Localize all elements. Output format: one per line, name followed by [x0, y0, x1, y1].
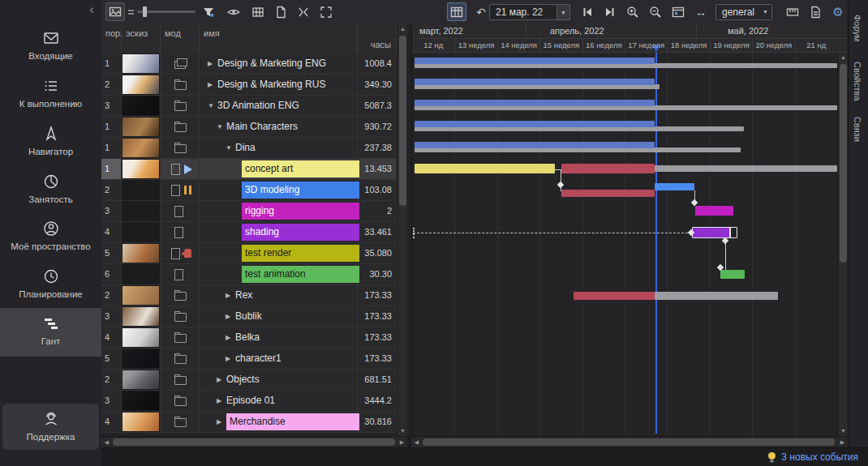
ruler-button[interactable] [784, 3, 801, 21]
table-row[interactable]: 1concept art13.453 [101, 159, 397, 180]
scroll-down-button[interactable]: ▼ [397, 426, 408, 436]
scroll-right-button[interactable]: ▶ [837, 437, 848, 447]
sidebar-item-todo[interactable]: К выполнению [0, 71, 101, 118]
gantt-bar[interactable] [695, 206, 733, 216]
fit-width-button[interactable]: ↔ [692, 3, 710, 21]
table-horizontal-scrollbar[interactable]: ◀ ▶ [101, 436, 407, 447]
grid-view-button[interactable] [249, 3, 267, 21]
zoom-in-button[interactable] [624, 3, 642, 21]
table-row[interactable]: 3▶Episode 013444.2 [101, 391, 397, 412]
gantt-bar[interactable] [415, 79, 655, 85]
gantt-bar[interactable] [655, 165, 837, 172]
week-cell[interactable]: 17 неделя [625, 39, 667, 52]
gantt-bar[interactable] [720, 270, 745, 279]
milestone-diamond[interactable] [557, 182, 564, 188]
gantt-bar[interactable] [561, 190, 655, 197]
collapse-all-button[interactable] [294, 3, 312, 21]
table-row[interactable]: 3▶Bublik173.33 [101, 306, 397, 327]
scale-select[interactable]: general ▼ [715, 4, 772, 20]
sidebar-item-navigator[interactable]: Навигатор [0, 118, 101, 165]
date-field[interactable]: 21 мар. 22 [489, 4, 557, 20]
table-row[interactable]: 4▶Merchandise30.816 [101, 412, 397, 433]
gantt-bar[interactable] [729, 227, 737, 238]
tree-toggle-icon[interactable]: ▼ [226, 138, 232, 158]
tab-forum[interactable]: Форум [853, 15, 862, 41]
table-row[interactable]: 4shading33.461 [101, 222, 397, 243]
tab-links[interactable]: Связи [853, 117, 862, 142]
table-vertical-scrollbar[interactable]: ▲ ▼ [397, 24, 407, 436]
tree-toggle-icon[interactable]: ▼ [217, 117, 223, 137]
gantt-bar[interactable] [415, 164, 555, 173]
col-header-name[interactable]: имя [200, 24, 358, 53]
scroll-thumb[interactable] [840, 64, 847, 263]
scroll-thumb[interactable] [423, 438, 835, 446]
table-row[interactable]: 2▶Design & Marketing RUS349.30 [101, 75, 397, 96]
col-header-order[interactable]: пор. [101, 24, 122, 53]
tree-toggle-icon[interactable]: ▶ [226, 306, 230, 327]
thumbnail-size-slider[interactable] [137, 11, 196, 13]
scroll-thumb[interactable] [113, 438, 395, 446]
sidebar-item-workload[interactable]: Занятость [0, 166, 101, 213]
gantt-bar[interactable] [561, 164, 655, 173]
gantt-chart[interactable] [412, 53, 837, 436]
calendar-button[interactable] [669, 3, 687, 21]
scroll-up-button[interactable]: ▲ [397, 24, 408, 34]
week-cell[interactable]: 16 неделя [582, 39, 625, 52]
week-cell[interactable]: 21 нд [795, 39, 837, 52]
table-row[interactable]: 23D modeling103.08 [101, 180, 397, 201]
undo-button[interactable]: ↶ [472, 3, 490, 21]
col-header-thumb[interactable]: эскиз [122, 24, 161, 53]
week-cell[interactable]: 19 неделя [710, 39, 752, 52]
col-header-hours[interactable]: часы [358, 24, 397, 53]
table-row[interactable]: 3▼3D Animation ENG5087.3 [101, 96, 397, 117]
week-cell[interactable]: 13 неделя [454, 39, 496, 52]
sidebar-collapse-button[interactable]: ‹ [89, 2, 94, 18]
col-header-mod[interactable]: мод [161, 24, 200, 53]
tree-toggle-icon[interactable]: ▼ [208, 96, 214, 116]
table-row[interactable]: 6test animation30.30 [101, 264, 397, 285]
screenshot-button[interactable] [105, 2, 125, 21]
gantt-bar[interactable] [415, 58, 655, 64]
sheet-button[interactable] [272, 3, 290, 21]
status-events[interactable]: 3 новых события [781, 451, 858, 463]
gantt-horizontal-scrollbar[interactable]: ◀ ▶ [411, 436, 848, 447]
toolbar-grip[interactable] [128, 10, 134, 11]
visibility-button[interactable] [225, 3, 243, 21]
week-cell[interactable]: 20 неделя [752, 39, 794, 52]
scroll-right-button[interactable]: ▶ [397, 437, 407, 447]
tree-toggle-icon[interactable]: ▶ [226, 285, 230, 306]
date-dropdown-button[interactable]: ▼ [557, 4, 570, 20]
table-row[interactable]: 2▶Objects681.51 [101, 370, 397, 391]
table-row[interactable]: 2▶Rex173.33 [101, 285, 397, 306]
sidebar-item-gantt[interactable]: Гант [0, 308, 101, 357]
scroll-left-button[interactable]: ◀ [101, 437, 112, 447]
week-cell[interactable]: 18 неделя [667, 39, 709, 52]
gantt-bar[interactable] [574, 292, 655, 300]
tree-toggle-icon[interactable]: ▶ [208, 53, 213, 74]
gantt-bar[interactable] [655, 292, 778, 300]
tree-toggle-icon[interactable]: ▶ [217, 412, 221, 432]
table-row[interactable]: 1▶Design & Marketing ENG1008.4 [101, 53, 397, 75]
sidebar-item-planning[interactable]: Планирование [0, 261, 101, 308]
slider-handle[interactable] [143, 6, 147, 17]
filter-button[interactable] [200, 3, 217, 21]
gantt-bar[interactable] [415, 142, 655, 148]
week-cell[interactable]: 14 неделя [497, 39, 539, 52]
milestone-diamond[interactable] [722, 237, 728, 244]
go-previous-button[interactable] [578, 3, 596, 21]
tree-toggle-icon[interactable]: ▶ [208, 75, 213, 95]
gantt-bar[interactable] [415, 121, 655, 127]
expand-all-button[interactable] [317, 3, 335, 21]
report-button[interactable] [806, 3, 824, 21]
settings-button[interactable]: ⚙ [829, 3, 847, 21]
scroll-left-button[interactable]: ◀ [411, 437, 422, 447]
tab-properties[interactable]: Свойства [853, 62, 862, 100]
gantt-vertical-scrollbar[interactable]: ▲ ▼ [837, 53, 848, 436]
table-row[interactable]: 3rigging2 [101, 201, 397, 222]
sidebar-item-myspace[interactable]: Моё пространство [0, 213, 101, 260]
zoom-out-button[interactable] [647, 3, 664, 21]
tree-toggle-icon[interactable]: ▶ [226, 327, 230, 348]
go-next-button[interactable] [601, 3, 619, 21]
table-row[interactable]: 4▶Belka173.33 [101, 327, 397, 348]
sidebar-item-support[interactable]: Поддержка [2, 404, 99, 450]
